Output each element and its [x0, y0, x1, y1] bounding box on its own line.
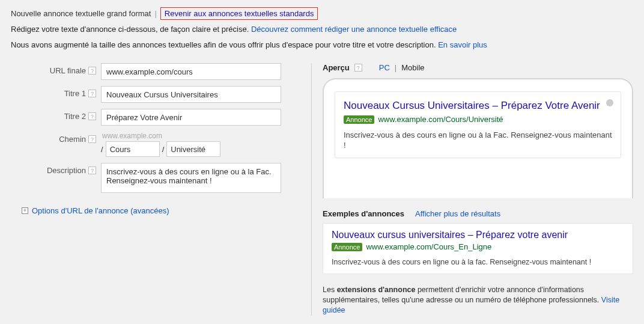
examples-label: Exemples d'annonces — [323, 209, 404, 218]
final-url-label: URL finale — [50, 66, 86, 75]
help-icon[interactable]: ? — [88, 135, 96, 143]
title2-input[interactable] — [101, 109, 281, 126]
revert-link[interactable]: Revenir aux annonces textuelles standard… — [160, 7, 318, 20]
ad-preview-card: Nouveaux Cursus Universitaires – Prépare… — [335, 91, 621, 158]
ad-description: Inscrivez-vous à des cours en ligne ou à… — [344, 130, 612, 150]
description-input[interactable] — [101, 163, 281, 193]
final-url-input[interactable] — [101, 63, 281, 80]
example-ad-title[interactable]: Nouveaux cursus universitaires – Prépare… — [332, 230, 624, 240]
info-icon[interactable] — [606, 99, 613, 106]
help-icon[interactable]: ? — [88, 112, 96, 120]
device-sep: | — [395, 63, 396, 72]
path2-input[interactable] — [166, 141, 220, 157]
help-icon[interactable]: ? — [88, 90, 96, 97]
header-line-2: Rédigez votre texte d'annonce ci-dessous… — [11, 23, 633, 35]
path1-input[interactable] — [106, 141, 160, 157]
path-slash: / — [101, 145, 103, 154]
advanced-options-toggle[interactable]: + Options d'URL de l'annonce (avancées) — [22, 206, 299, 215]
header-title-row: Nouvelle annonce textuelle grand format … — [11, 7, 633, 20]
ad-title[interactable]: Nouveaux Cursus Universitaires – Prépare… — [344, 99, 612, 112]
description-label: Description — [47, 166, 86, 175]
title1-label: Titre 1 — [64, 89, 86, 98]
ext-pre: Les — [323, 286, 337, 294]
more-results-link[interactable]: Afficher plus de résultats — [415, 209, 500, 218]
header-line-3: Nous avons augmenté la taille des annonc… — [11, 39, 633, 51]
path-domain: www.example.com — [101, 132, 220, 140]
help-icon[interactable]: ? — [88, 167, 96, 174]
extensions-note: Les extensions d'annonce permettent d'en… — [323, 285, 633, 316]
device-pc-tab[interactable]: PC — [379, 63, 390, 72]
redaction-help-link[interactable]: Découvrez comment rédiger une annonce te… — [251, 25, 457, 34]
form-panel: URL finale ? Titre 1 ? Titre 2 ? Chemin … — [11, 63, 299, 316]
preview-label: Aperçu — [323, 63, 350, 72]
device-frame: Nouveaux Cursus Universitaires – Prépare… — [323, 78, 633, 198]
advanced-options-label: Options d'URL de l'annonce (avancées) — [32, 206, 169, 215]
ad-display-url: www.example.com/Cours/Université — [378, 115, 503, 124]
ad-badge: Annonce — [344, 115, 374, 124]
learn-more-link[interactable]: En savoir plus — [438, 40, 487, 49]
help-icon[interactable]: ? — [354, 64, 362, 72]
example-ad-url: www.example.com/Cours_En_Ligne — [366, 242, 491, 251]
header-line2-text: Rédigez votre texte d'annonce ci-dessous… — [11, 25, 251, 34]
path-slash: / — [162, 145, 165, 154]
path-label: Chemin — [59, 135, 86, 144]
page-title: Nouvelle annonce textuelle grand format — [11, 9, 151, 18]
example-ad-card: Nouveaux cursus universitaires – Prépare… — [323, 223, 633, 274]
example-ad-description: Inscrivez-vous à des cours en ligne ou à… — [332, 257, 624, 267]
header-line3-text: Nous avons augmenté la taille des annonc… — [11, 40, 438, 49]
help-icon[interactable]: ? — [88, 67, 96, 75]
pipe: | — [154, 9, 156, 18]
title2-label: Titre 2 — [64, 112, 86, 121]
preview-panel: Aperçu ? PC | Mobile Nouveaux Cursus Uni… — [311, 63, 633, 316]
plus-icon: + — [22, 207, 28, 214]
device-mobile-tab[interactable]: Mobile — [401, 63, 424, 72]
ad-badge: Annonce — [332, 243, 362, 251]
title1-input[interactable] — [101, 86, 281, 103]
ext-bold: extensions d'annonce — [337, 286, 416, 294]
